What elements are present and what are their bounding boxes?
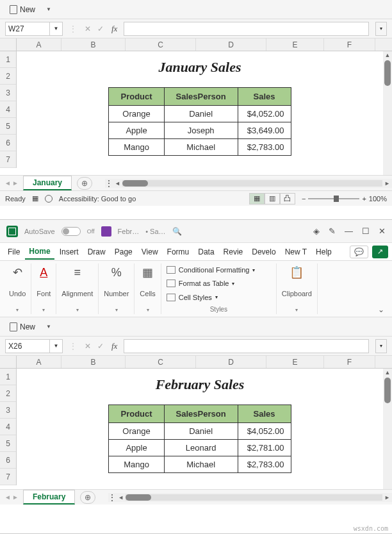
worksheet-area[interactable]: A B C D E F 1 2 3 4 5 6 7 January Sales … xyxy=(0,38,392,175)
tab-help[interactable]: Help xyxy=(312,245,336,259)
row-header[interactable]: 4 xyxy=(0,419,16,435)
worksheet-area[interactable]: A B C D E F 1 2 3 4 5 6 7 February Sales… xyxy=(0,356,392,489)
scroll-thumb[interactable] xyxy=(126,494,151,501)
maximize-button[interactable]: ☐ xyxy=(362,226,370,236)
col-header[interactable]: A xyxy=(17,38,61,51)
tab-nav[interactable]: ◄► xyxy=(0,179,23,187)
row-header[interactable]: 3 xyxy=(0,402,16,419)
name-box-dropdown-icon[interactable]: ▼ xyxy=(50,22,63,36)
new-button[interactable]: New xyxy=(5,321,40,333)
name-box[interactable]: X26 xyxy=(5,339,50,353)
vertical-scrollbar[interactable]: ▲ xyxy=(383,369,392,489)
zoom-in-icon[interactable]: + xyxy=(362,195,366,203)
qat-dropdown-icon[interactable]: ▼ xyxy=(44,6,54,12)
enter-icon[interactable]: ✓ xyxy=(96,24,105,33)
vertical-scrollbar[interactable]: ▲ xyxy=(383,51,392,175)
conditional-formatting-button[interactable]: Conditional Formatting ▾ xyxy=(167,265,256,275)
row-header[interactable]: 3 xyxy=(0,85,16,101)
group-cells[interactable]: ▦Cells▾ xyxy=(135,263,161,314)
row-header[interactable]: 2 xyxy=(0,68,16,85)
name-box-dropdown-icon[interactable]: ▼ xyxy=(50,339,63,353)
tab-review[interactable]: Revie xyxy=(220,245,247,259)
cancel-icon[interactable]: ✕ xyxy=(83,342,92,351)
share-button[interactable]: ↗ xyxy=(372,246,388,258)
group-font[interactable]: AFont▾ xyxy=(31,263,56,314)
stats-icon[interactable]: ▦ xyxy=(32,194,38,203)
diamond-icon[interactable]: ◈ xyxy=(313,226,320,236)
sheet-tab-january[interactable]: January xyxy=(23,176,72,190)
cancel-icon[interactable]: ✕ xyxy=(83,24,92,33)
tab-page[interactable]: Page xyxy=(111,245,136,259)
autosave-toggle[interactable] xyxy=(61,227,81,236)
scroll-thumb[interactable] xyxy=(384,378,391,403)
col-header[interactable]: D xyxy=(196,356,266,368)
close-button[interactable]: ✕ xyxy=(379,226,386,236)
col-header[interactable]: B xyxy=(61,356,126,368)
zoom-level[interactable]: 100% xyxy=(369,195,387,203)
tab-developer[interactable]: Develo xyxy=(248,245,279,259)
scroll-thumb[interactable] xyxy=(384,60,391,86)
row-header[interactable]: 1 xyxy=(0,51,16,68)
row-header[interactable]: 7 xyxy=(0,151,16,168)
tab-nav[interactable]: ◄► xyxy=(0,494,23,501)
new-button[interactable]: New xyxy=(5,3,40,16)
file-name[interactable]: Febr… xyxy=(118,228,140,235)
pen-icon[interactable]: ✎ xyxy=(329,226,336,236)
tab-home[interactable]: Home xyxy=(25,244,54,260)
formula-expand-icon[interactable]: ▾ xyxy=(375,339,387,353)
scroll-up-icon[interactable]: ▲ xyxy=(383,51,392,59)
group-alignment[interactable]: ≡Alignment▾ xyxy=(56,263,99,314)
col-header[interactable]: A xyxy=(17,356,61,368)
search-icon[interactable]: 🔍 xyxy=(172,227,182,236)
comments-button[interactable]: 💬 xyxy=(350,246,368,258)
add-sheet-button[interactable]: ⊕ xyxy=(77,177,92,190)
tab-draw[interactable]: Draw xyxy=(84,245,110,259)
col-header[interactable]: C xyxy=(126,356,196,368)
tab-file[interactable]: File xyxy=(4,245,24,259)
formula-input[interactable] xyxy=(124,339,369,353)
accessibility-icon[interactable] xyxy=(45,195,53,203)
save-icon[interactable] xyxy=(101,226,111,237)
col-header[interactable]: F xyxy=(324,38,375,51)
normal-view-button[interactable]: ▦ xyxy=(249,193,265,204)
select-all-corner[interactable] xyxy=(0,38,17,51)
qat-dropdown-icon[interactable]: ▼ xyxy=(44,324,54,330)
page-break-button[interactable]: 凸 xyxy=(280,193,295,204)
tab-new[interactable]: New T xyxy=(281,245,311,259)
group-number[interactable]: %Number▾ xyxy=(99,263,135,314)
tab-insert[interactable]: Insert xyxy=(56,245,83,259)
cell-styles-button[interactable]: Cell Styles ▾ xyxy=(167,292,218,303)
name-box[interactable]: W27 xyxy=(5,22,50,36)
row-header[interactable]: 7 xyxy=(0,469,16,485)
col-header[interactable]: E xyxy=(266,356,324,368)
row-header[interactable]: 1 xyxy=(0,369,16,385)
select-all-corner[interactable] xyxy=(0,356,17,368)
ribbon-collapse-icon[interactable]: ⌄ xyxy=(374,263,388,314)
minimize-button[interactable]: — xyxy=(345,226,353,236)
page-layout-button[interactable]: ▥ xyxy=(265,193,280,204)
col-header[interactable]: D xyxy=(196,38,266,51)
zoom-slider[interactable] xyxy=(308,198,359,199)
col-header[interactable]: F xyxy=(324,356,375,368)
enter-icon[interactable]: ✓ xyxy=(96,342,105,351)
horizontal-scrollbar[interactable]: ⋮◄ ► xyxy=(105,179,392,188)
formula-input[interactable] xyxy=(124,22,369,36)
row-header[interactable]: 2 xyxy=(0,385,16,402)
row-header[interactable]: 4 xyxy=(0,101,16,118)
format-as-table-button[interactable]: Format as Table ▾ xyxy=(167,278,235,288)
zoom-out-icon[interactable]: − xyxy=(302,195,306,203)
tab-view[interactable]: View xyxy=(138,245,162,259)
tab-data[interactable]: Data xyxy=(194,245,218,259)
tab-formulas[interactable]: Formu xyxy=(163,245,193,259)
horizontal-scrollbar[interactable]: ⋮◄ ► xyxy=(108,493,392,502)
zoom-control[interactable]: − + 100% xyxy=(302,195,387,203)
formula-expand-icon[interactable]: ▾ xyxy=(375,22,387,36)
add-sheet-button[interactable]: ⊕ xyxy=(80,491,95,504)
row-header[interactable]: 6 xyxy=(0,452,16,469)
col-header[interactable]: B xyxy=(61,38,126,51)
scroll-thumb[interactable] xyxy=(122,180,148,187)
row-header[interactable]: 5 xyxy=(0,118,16,135)
row-header[interactable]: 6 xyxy=(0,135,16,151)
row-header[interactable]: 5 xyxy=(0,435,16,452)
group-clipboard[interactable]: 📋Clipboard▾ xyxy=(277,263,318,314)
